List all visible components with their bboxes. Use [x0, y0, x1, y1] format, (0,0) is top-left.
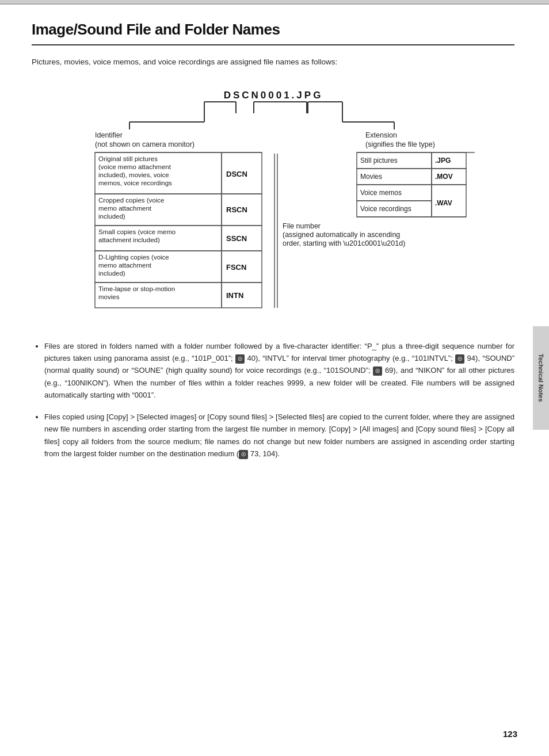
bullet-item-1: Files are stored in folders named with a…	[44, 340, 514, 402]
svg-text:FSCN: FSCN	[226, 263, 246, 272]
svg-text:RSCN: RSCN	[226, 205, 247, 214]
side-tab-label: Technical Notes	[537, 354, 544, 402]
ref-icon-3: ☉	[373, 366, 382, 376]
svg-text:DSCN0001.JPG: DSCN0001.JPG	[223, 90, 323, 101]
svg-text:attachment included): attachment included)	[98, 236, 160, 243]
svg-text:Still pictures: Still pictures	[360, 156, 398, 165]
svg-text:(voice memo attachment: (voice memo attachment	[98, 163, 171, 170]
ref-icon-4: ☉	[239, 450, 248, 459]
svg-text:included): included)	[98, 213, 125, 220]
svg-text:memos, voice recordings: memos, voice recordings	[98, 180, 172, 186]
svg-text:Voice recordings: Voice recordings	[360, 205, 411, 213]
ref-icon-2: ☉	[455, 354, 464, 364]
svg-text:included): included)	[98, 270, 125, 277]
bullet-item-2: Files copied using [Copy] > [Selected im…	[44, 411, 514, 460]
diagram-svg: DSCN0001.JPG	[72, 85, 475, 326]
svg-text:memo attachment: memo attachment	[98, 262, 152, 269]
intro-text: Pictures, movies, voice memos, and voice…	[32, 56, 514, 68]
svg-text:File number: File number	[283, 222, 321, 230]
svg-text:Voice memos: Voice memos	[360, 189, 402, 197]
svg-text:.WAV: .WAV	[435, 199, 452, 207]
svg-text:INTN: INTN	[226, 291, 243, 300]
svg-text:memo attachment: memo attachment	[98, 205, 152, 212]
svg-text:(not shown on camera monitor): (not shown on camera monitor)	[95, 140, 195, 148]
header-bar	[0, 0, 549, 5]
svg-text:Small copies (voice memo: Small copies (voice memo	[98, 228, 176, 235]
svg-text:movies: movies	[98, 293, 120, 300]
svg-text:DSCN: DSCN	[226, 170, 247, 178]
svg-text:order, starting with \u201c000: order, starting with \u201c0001\u201d)	[283, 239, 405, 247]
svg-text:Movies: Movies	[360, 173, 382, 181]
svg-text:.MOV: .MOV	[435, 173, 453, 181]
svg-text:Identifier: Identifier	[95, 131, 123, 139]
svg-text:SSCN: SSCN	[226, 234, 247, 243]
page: Image/Sound File and Folder Names Pictur…	[0, 0, 549, 756]
svg-text:Time-lapse or stop-motion: Time-lapse or stop-motion	[98, 285, 175, 292]
svg-text:.JPG: .JPG	[435, 156, 451, 165]
svg-text:Cropped copies (voice: Cropped copies (voice	[98, 197, 164, 204]
page-number: 123	[503, 729, 517, 739]
ref-icon-1: ☉	[235, 354, 245, 364]
svg-text:D-Lighting copies (voice: D-Lighting copies (voice	[98, 254, 169, 261]
main-content: Image/Sound File and Folder Names Pictur…	[0, 5, 549, 481]
page-title: Image/Sound File and Folder Names	[32, 21, 514, 45]
svg-text:included), movies, voice: included), movies, voice	[98, 171, 169, 178]
svg-text:Original still pictures: Original still pictures	[98, 155, 158, 162]
svg-text:(assigned automatically in asc: (assigned automatically in ascending	[283, 231, 400, 239]
bullet-list: Files are stored in folders named with a…	[32, 340, 514, 460]
svg-text:Extension: Extension	[365, 131, 397, 139]
side-tab: Technical Notes	[533, 326, 549, 430]
svg-text:(signifies the file type): (signifies the file type)	[365, 140, 435, 148]
